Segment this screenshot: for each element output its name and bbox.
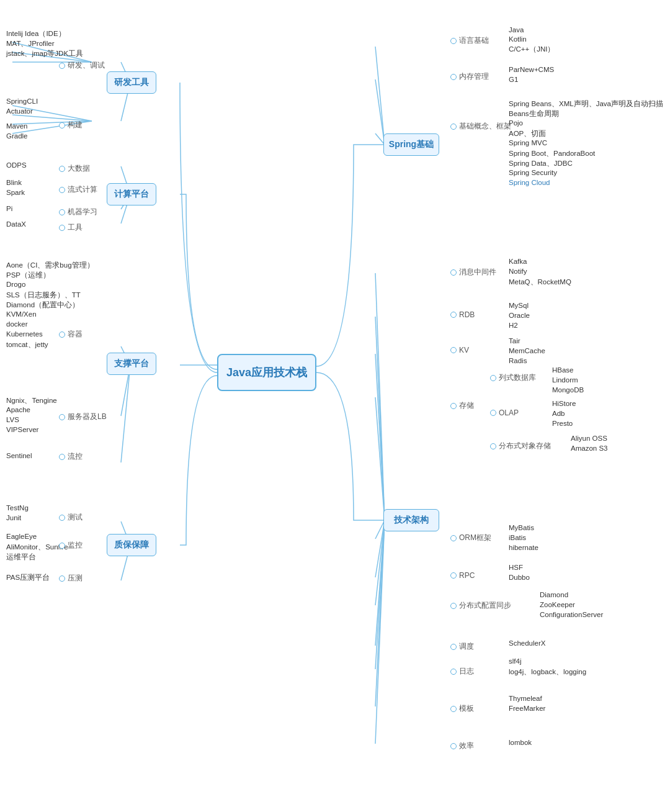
leaf-spring-cloud: Spring Cloud: [509, 179, 550, 186]
cat-rpc: RPC: [450, 571, 475, 580]
cat-columnar: 列式数据库: [490, 372, 536, 383]
leaf-h2: H2: [509, 322, 518, 329]
leaf-dubbo: Dubbo: [509, 574, 530, 581]
leaf-zookeeper: ZooKeeper: [540, 601, 575, 608]
leaf-spring-security: Spring Security: [509, 169, 557, 176]
leaf-aone: Aone（CI、需求bug管理）: [6, 261, 94, 270]
cat-dev-debug: 研发、调试: [59, 60, 105, 71]
leaf-lombok: lombok: [509, 739, 532, 746]
leaf-odps: ODPS: [6, 161, 27, 169]
leaf-spring-beans-xml: Spring Beans、XML声明、Java声明及自动扫描: [509, 99, 663, 109]
central-node: Java应用技术栈: [217, 354, 316, 391]
cat-circle: [450, 603, 457, 609]
cat-monitor: 监控: [59, 540, 83, 551]
leaf-log4j: log4j、logback、logging: [509, 667, 586, 677]
cat-orm: ORM框架: [450, 533, 491, 543]
leaf-tomcat: tomcat、jetty: [6, 340, 48, 350]
cat-circle: [450, 572, 457, 579]
leaf-sentinel: Sentinel: [6, 452, 32, 459]
leaf-lvs: LVS: [6, 416, 19, 423]
branch-support: 支撑平台: [107, 353, 156, 375]
leaf-config-server: ConfigurationServer: [540, 611, 603, 618]
leaf-spring-mvc: Spring MVC: [509, 139, 547, 147]
leaf-sls: SLS（日志服务）、TT: [6, 291, 81, 300]
leaf-kotlin: Kotlin: [509, 35, 527, 43]
cat-circle: [59, 122, 65, 129]
leaf-junit: Junit: [6, 514, 21, 521]
leaf-springcli: SpringCLI: [6, 97, 38, 105]
cat-log: 日志: [450, 666, 474, 677]
cat-circle: [450, 535, 457, 541]
cat-circle: [490, 375, 496, 381]
cat-circle: [490, 443, 496, 449]
cat-build: 构建: [59, 120, 83, 130]
leaf-hibernate: hibernate: [509, 544, 538, 551]
leaf-histore: HiStore: [552, 400, 576, 407]
cat-framework: 基础概念、框架: [450, 121, 511, 132]
leaf-amazon-s3: Amazon S3: [571, 444, 607, 452]
branch-tech-arch: 技术架构: [383, 509, 439, 531]
leaf-java: Java: [509, 26, 524, 34]
leaf-parnew: ParNew+CMS: [509, 66, 554, 73]
cat-flow-control: 流控: [59, 451, 83, 462]
leaf-pi: Pi: [6, 205, 12, 212]
cat-circle: [59, 414, 65, 420]
leaf-thymeleaf: Thymeleaf: [509, 695, 542, 702]
cat-circle: [450, 269, 457, 276]
cat-circle: [59, 332, 65, 338]
leaf-actuator: Actuator: [6, 107, 33, 115]
cat-circle: [59, 187, 65, 193]
mind-map: Java应用技术栈 研发工具 计算平台 支撑平台 质保保障 Spring基础 技…: [0, 0, 670, 812]
cat-circle: [450, 347, 457, 353]
leaf-vipserver: VIPServer: [6, 426, 38, 433]
cat-circle: [450, 74, 457, 80]
cat-circle: [59, 63, 65, 69]
cat-circle: [59, 575, 65, 582]
leaf-kubernetes: Kubernetes: [6, 330, 43, 338]
cat-rdb: RDB: [450, 310, 475, 319]
leaf-mongodb: MongoDB: [552, 386, 584, 394]
leaf-aliyun-oss: Aliyun OSS: [571, 435, 607, 442]
leaf-datax: DataX: [6, 220, 26, 228]
leaf-ops-platform: 运维平台: [6, 553, 36, 562]
cat-circle: [450, 38, 457, 44]
cat-memory: 内存管理: [450, 71, 489, 82]
cat-circle: [59, 454, 65, 460]
leaf-apache: Apache: [6, 406, 30, 413]
cat-tools: 工具: [59, 222, 83, 233]
cat-server: 服务器及LB: [59, 412, 107, 422]
leaf-g1: G1: [509, 76, 518, 83]
leaf-ibatis: iBatis: [509, 534, 526, 541]
leaf-spark: Spark: [6, 189, 25, 196]
leaf-hbase: HBase: [552, 366, 574, 374]
cat-circle: [450, 743, 457, 749]
leaf-kvm: KVM/Xen: [6, 310, 37, 318]
leaf-intellij: Intelij Idea（IDE）: [6, 29, 66, 38]
cat-circle: [59, 543, 65, 549]
leaf-gradle: Gradle: [6, 132, 28, 140]
cat-circle: [59, 515, 65, 521]
leaf-mybatis: MyBatis: [509, 524, 534, 531]
leaf-freemarker: FreeMarker: [509, 705, 545, 712]
leaf-metaq: MetaQ、RocketMQ: [509, 277, 571, 287]
leaf-presto: Presto: [552, 420, 573, 427]
cat-circle: [450, 312, 457, 318]
leaf-blink: Blink: [6, 179, 22, 186]
leaf-psp: PSP（运维）: [6, 271, 50, 280]
cat-lang: 语言基础: [450, 35, 489, 46]
leaf-pojo: Pojo: [509, 119, 523, 127]
cat-ml: 机器学习: [59, 207, 97, 217]
cat-circle: [59, 209, 65, 215]
leaf-radis: Radis: [509, 357, 527, 364]
leaf-adb: Adb: [552, 410, 565, 417]
leaf-maven: Maven: [6, 122, 28, 130]
cat-dist-config: 分布式配置同步: [450, 600, 511, 611]
cat-kv: KV: [450, 346, 469, 354]
cat-mq: 消息中间件: [450, 267, 496, 277]
leaf-tair: Tair: [509, 337, 520, 345]
cat-olap: OLAP: [490, 408, 519, 417]
leaf-jstack: jstack、jmap等JDK工具: [6, 49, 83, 58]
cat-dist-storage: 分布式对象存储: [490, 441, 551, 451]
leaf-docker: docker: [6, 320, 28, 328]
leaf-drogo: Drogo: [6, 281, 25, 288]
